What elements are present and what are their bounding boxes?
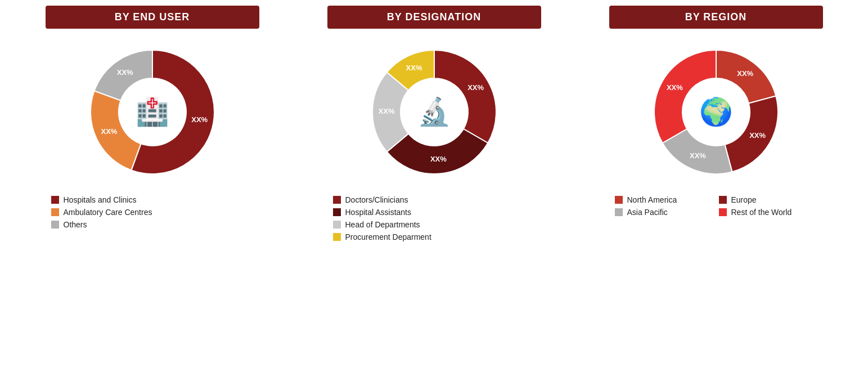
slice-label: XX% xyxy=(690,151,706,160)
donut-center-icon-designation: 🔬 xyxy=(412,89,457,135)
chart-section-region: BY REGIONXX%XX%XX%XX%🌍North AmericaEurop… xyxy=(581,6,851,220)
chart-section-end-user: BY END USERXX%XX%XX%🏥Hospitals and Clini… xyxy=(17,6,287,232)
donut-center-icon-region: 🌍 xyxy=(694,89,739,135)
chart-title-text-end-user: BY END USER xyxy=(115,11,190,23)
legend-label: Asia Pacific xyxy=(627,208,668,217)
donut-wrapper-designation: XX%XX%XX%XX%🔬 xyxy=(361,39,507,185)
slice-label: XX% xyxy=(749,131,766,140)
chart-title-end-user: BY END USER xyxy=(46,6,259,29)
legend-color-box xyxy=(333,221,341,229)
legend-item: North America xyxy=(615,195,713,204)
legend-item: Doctors/Clinicians xyxy=(333,195,536,204)
legend-item: Europe xyxy=(719,195,817,204)
legend-color-box xyxy=(719,208,727,216)
legend-region: North AmericaEuropeAsia PacificRest of t… xyxy=(609,195,823,220)
legend-label: Procurement Deparment xyxy=(345,232,431,241)
legend-label: Europe xyxy=(731,195,757,204)
slice-label: XX% xyxy=(101,127,117,136)
legend-label: North America xyxy=(627,195,677,204)
legend-color-box xyxy=(333,233,341,241)
slice-label: XX% xyxy=(666,83,682,92)
legend-item: Asia Pacific xyxy=(615,208,713,217)
legend-color-box xyxy=(51,221,59,229)
slice-label: XX% xyxy=(378,107,394,115)
legend-item: Hospitals and Clinics xyxy=(51,195,254,204)
slice-label: XX% xyxy=(737,69,753,78)
chart-section-designation: BY DESIGNATIONXX%XX%XX%XX%🔬Doctors/Clini… xyxy=(299,6,569,245)
chart-title-text-designation: BY DESIGNATION xyxy=(387,11,481,23)
legend-label: Rest of the World xyxy=(731,208,792,217)
legend-item: Others xyxy=(51,220,254,229)
legend-color-box xyxy=(51,196,59,204)
charts-container: BY END USERXX%XX%XX%🏥Hospitals and Clini… xyxy=(0,0,868,245)
donut-wrapper-region: XX%XX%XX%XX%🌍 xyxy=(643,39,789,185)
chart-title-designation: BY DESIGNATION xyxy=(327,6,541,29)
legend-label: Hospitals and Clinics xyxy=(64,195,137,204)
donut-center-icon-end-user: 🏥 xyxy=(130,89,175,135)
slice-label: XX% xyxy=(467,83,484,92)
legend-item: Rest of the World xyxy=(719,208,817,217)
legend-item: Ambulatory Care Centres xyxy=(51,208,254,217)
legend-color-box xyxy=(615,196,623,204)
legend-label: Head of Departments xyxy=(345,220,420,229)
legend-color-box xyxy=(615,208,623,216)
legend-color-box xyxy=(51,208,59,216)
slice-label: XX% xyxy=(116,68,133,77)
donut-wrapper-end-user: XX%XX%XX%🏥 xyxy=(79,39,226,185)
legend-label: Doctors/Clinicians xyxy=(345,195,408,204)
slice-label: XX% xyxy=(406,64,422,72)
legend-label: Hospital Assistants xyxy=(345,208,412,217)
legend-color-box xyxy=(333,208,341,216)
legend-item: Procurement Deparment xyxy=(333,232,536,241)
legend-label: Ambulatory Care Centres xyxy=(64,208,152,217)
chart-title-text-region: BY REGION xyxy=(685,11,747,23)
chart-title-region: BY REGION xyxy=(609,6,823,29)
legend-color-box xyxy=(719,196,727,204)
legend-label: Others xyxy=(64,220,87,229)
slice-label: XX% xyxy=(191,115,208,124)
legend-item: Head of Departments xyxy=(333,220,536,229)
legend-item: Hospital Assistants xyxy=(333,208,536,217)
legend-end-user: Hospitals and ClinicsAmbulatory Care Cen… xyxy=(46,195,259,232)
legend-color-box xyxy=(333,196,341,204)
slice-label: XX% xyxy=(430,155,446,163)
legend-designation: Doctors/CliniciansHospital AssistantsHea… xyxy=(327,195,541,245)
